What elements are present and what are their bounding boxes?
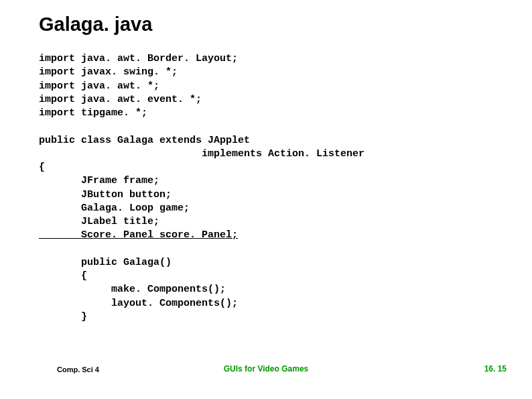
footer-right: 16. 15 xyxy=(484,364,507,374)
ctor-body-line: make. Components(); xyxy=(39,284,226,295)
ctor-brace-open: { xyxy=(39,270,87,282)
import-line: import tipgame. *; xyxy=(39,107,147,119)
page-title: Galaga. java xyxy=(39,13,152,36)
field-line: JButton button; xyxy=(39,189,172,201)
footer-center: GUIs for Video Games xyxy=(0,364,532,374)
field-line: JFrame frame; xyxy=(39,175,159,186)
import-line: import javax. swing. *; xyxy=(39,66,178,78)
field-line: JLabel title; xyxy=(39,216,159,227)
slide: Galaga. java import java. awt. Border. L… xyxy=(0,0,532,399)
ctor-body-line: layout. Components(); xyxy=(39,298,238,309)
ctor-header: public Galaga() xyxy=(39,257,172,268)
import-line: import java. awt. Border. Layout; xyxy=(39,53,238,64)
field-line: Galaga. Loop game; xyxy=(39,203,190,214)
brace-open: { xyxy=(39,162,45,173)
class-declaration: public class Galaga extends JApplet xyxy=(39,135,256,146)
ctor-brace-close: } xyxy=(39,311,87,323)
import-line: import java. awt. *; xyxy=(39,80,159,92)
class-declaration-line2: implements Action. Listener xyxy=(39,148,364,160)
code-block: import java. awt. Border. Layout; import… xyxy=(39,52,364,324)
import-line: import java. awt. event. *; xyxy=(39,94,202,105)
field-line-underlined: Score. Panel score. Panel; xyxy=(39,229,238,241)
